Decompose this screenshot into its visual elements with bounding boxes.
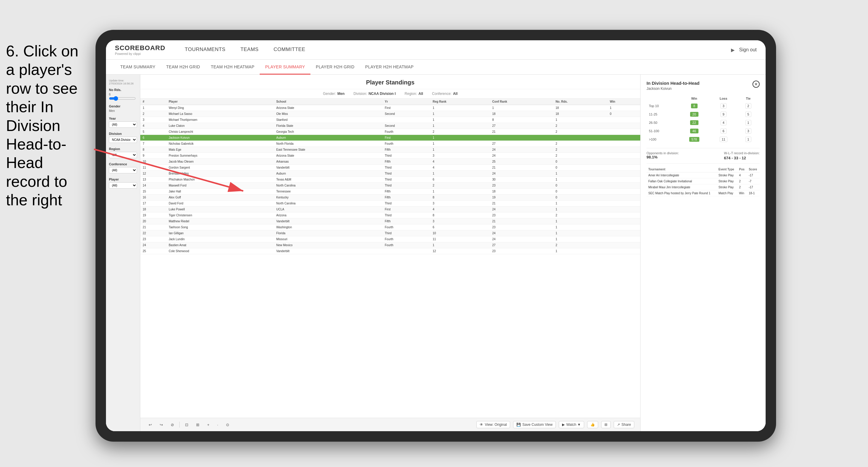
toolbar-icon-4[interactable]: + — [205, 421, 212, 428]
table-row[interactable]: 23 Jack Lundin Missouri Fourth 11 24 1 — [140, 236, 640, 242]
cell-conf: 18 — [490, 189, 553, 194]
sign-out-button[interactable]: Sign out — [739, 47, 757, 53]
cell-conf: 24 — [490, 171, 553, 177]
table-row[interactable]: 2 Michael La Sasso Ole Miss Second 1 18 … — [140, 111, 640, 117]
table-row[interactable]: 24 Bastien Amat New Mexico Fourth 1 27 2 — [140, 242, 640, 248]
view-original-button[interactable]: 👁 View: Original — [476, 421, 510, 428]
h2h-range: 11-25 — [647, 110, 678, 119]
nav-committee[interactable]: COMMITTEE — [266, 40, 313, 60]
cell-school: Kentucky — [274, 194, 382, 200]
table-row[interactable]: 7 Nicholas Gabrelcik North Florida Fourt… — [140, 141, 640, 147]
nav-teams[interactable]: TEAMS — [233, 40, 266, 60]
grid-button[interactable]: ⊞ — [601, 421, 611, 428]
standings-header: Player Standings — [140, 74, 640, 89]
opponents-wl-info: W-L-T record in-division: 674 - 33 - 12 — [724, 151, 760, 160]
cell-win — [608, 213, 640, 218]
col-no-rds: No. Rds. — [553, 98, 608, 105]
cell-win — [608, 230, 640, 236]
division-select[interactable]: NCAA Division I — [109, 137, 137, 143]
tourney-col-pos: Pos — [737, 166, 747, 173]
h2h-tie: 3 — [737, 127, 760, 135]
table-row[interactable]: 22 Ian Gilligan Florida Third 10 24 1 — [140, 230, 640, 236]
cell-school: Arkansas — [274, 159, 382, 165]
sub-nav-team-summary[interactable]: TEAM SUMMARY — [115, 60, 161, 74]
cell-school: Missouri — [274, 236, 382, 242]
sub-nav-player-summary[interactable]: PLAYER SUMMARY — [260, 60, 310, 74]
table-row[interactable]: 10 Jacob Mau Olesen Arkansas Fifth 4 25 … — [140, 159, 640, 165]
thumbs-up-button[interactable]: 👍 — [587, 421, 598, 428]
table-row[interactable]: 9 Preston Summerhays Arizona State Third… — [140, 153, 640, 159]
cell-win — [608, 194, 640, 200]
toolbar-icon-2[interactable]: ⊡ — [183, 421, 191, 428]
table-row[interactable]: 1 Wenyi Ding Arizona State First 1 1 18 … — [140, 105, 640, 111]
cell-school: Vanderbilt — [274, 165, 382, 171]
region-select[interactable]: N/A — [109, 152, 137, 158]
table-row[interactable]: 17 David Ford North Carolina Third 3 21 … — [140, 200, 640, 207]
table-row[interactable]: 12 Brendan Valles Auburn Third 1 24 1 — [140, 171, 640, 177]
cell-conf: 18 — [490, 111, 553, 117]
table-row[interactable]: 16 Alex Goff Kentucky Fifth 8 19 0 — [140, 194, 640, 200]
cell-win — [608, 236, 640, 242]
sub-nav-team-h2h-grid[interactable]: TEAM H2H GRID — [161, 60, 206, 74]
cell-yr: Third — [382, 183, 430, 189]
tournament-row: Mirabel Maui Jim Intercollegiate Stroke … — [647, 184, 760, 190]
cell-reg: 4 — [430, 165, 490, 171]
table-row[interactable]: 11 Gordon Sargent Vanderbilt Third 4 21 … — [140, 165, 640, 171]
toolbar-icon-1[interactable]: ⊘ — [168, 421, 177, 428]
cell-reg: 1 — [430, 123, 490, 129]
cell-player: Matthew Riedel — [166, 218, 274, 224]
sub-nav-player-h2h-heatmap[interactable]: PLAYER H2H HEATMAP — [360, 60, 419, 74]
h2h-table-row: Top 10 8 3 2 — [647, 102, 760, 110]
h2h-range: >100 — [647, 135, 678, 144]
h2h-tie: 5 — [737, 110, 760, 119]
player-filter: Player (All) — [109, 178, 137, 189]
toolbar-icon-6[interactable]: ⊙ — [223, 421, 231, 428]
cell-rds: 1 — [553, 117, 608, 123]
table-row[interactable]: 14 Maxwell Ford North Carolina Third 2 2… — [140, 183, 640, 189]
toolbar-icon-3[interactable]: ⊞ — [194, 421, 202, 428]
table-row[interactable]: 13 Phichakon Maichon Texas A&M Third 6 3… — [140, 177, 640, 183]
cell-reg: 1 — [430, 117, 490, 123]
table-row[interactable]: 3 Michael Thorbjornsen Stanford 1 8 1 — [140, 117, 640, 123]
nav-tournaments[interactable]: TOURNAMENTS — [177, 40, 233, 60]
cell-player: Preston Summerhays — [166, 153, 274, 159]
cell-player: Tiger Christensen — [166, 213, 274, 218]
redo-button[interactable]: ↪ — [157, 421, 165, 428]
table-row[interactable]: 4 Luke Claton Florida State Second 1 27 … — [140, 123, 640, 129]
h2h-loss: 3 — [710, 102, 737, 110]
cell-yr: Third — [382, 171, 430, 177]
main-content: Update time: 27/03/2024 16:56:26 No Rds.… — [106, 74, 766, 431]
tourney-name: SEC Match Play hosted by Jerry Pate Roun… — [647, 190, 717, 196]
tourney-score: -17 — [747, 173, 760, 179]
share-button[interactable]: ↗ Share — [614, 421, 634, 428]
sub-nav-team-h2h-heatmap[interactable]: TEAM H2H HEATMAP — [205, 60, 260, 74]
sub-nav-player-h2h-grid[interactable]: PLAYER H2H GRID — [310, 60, 360, 74]
cell-yr: First — [382, 135, 430, 141]
table-row[interactable]: 25 Cole Sherwood Vanderbilt 12 23 1 — [140, 248, 640, 254]
toolbar-icon-5[interactable]: · — [215, 421, 221, 428]
undo-button[interactable]: ↩ — [146, 421, 154, 428]
table-row[interactable]: 18 Luke Powell UCLA First 4 24 1 — [140, 207, 640, 213]
watch-button[interactable]: ▶ Watch ▼ — [559, 421, 584, 428]
cell-yr: Fifth — [382, 194, 430, 200]
no-rds-slider[interactable] — [109, 96, 136, 101]
conference-select[interactable]: (All) — [109, 167, 137, 174]
save-custom-button[interactable]: 💾 Save Custom View — [513, 421, 556, 428]
h2h-table-row: 26-50 22 4 1 — [647, 119, 760, 127]
table-row[interactable]: 20 Matthew Riedel Vanderbilt Fifth 3 21 … — [140, 218, 640, 224]
cell-win — [608, 159, 640, 165]
cell-rds: 2 — [553, 141, 608, 147]
table-row[interactable]: 19 Tiger Christensen Arizona Third 8 23 … — [140, 213, 640, 218]
table-row[interactable]: 5 Christo Lamprecht Georgia Tech Fourth … — [140, 129, 640, 135]
table-row[interactable]: 21 Taehoon Song Washington Fourth 6 23 1 — [140, 224, 640, 230]
table-row[interactable]: 15 Jake Hall Tennessee Fifth 1 18 0 — [140, 189, 640, 194]
player-select[interactable]: (All) — [109, 182, 137, 189]
cell-school: Auburn — [274, 171, 382, 177]
table-row[interactable]: 6 Jackson Koivun Auburn First 1 — [140, 135, 640, 141]
year-select[interactable]: (All) — [109, 121, 137, 128]
h2h-close-button[interactable]: ✕ — [752, 81, 760, 88]
table-row[interactable]: 8 Mats Ege East Tennessee State Fifth 1 … — [140, 147, 640, 153]
cell-num: 11 — [140, 165, 166, 171]
cell-player: Michael La Sasso — [166, 111, 274, 117]
h2h-col-win: Win — [678, 95, 710, 102]
